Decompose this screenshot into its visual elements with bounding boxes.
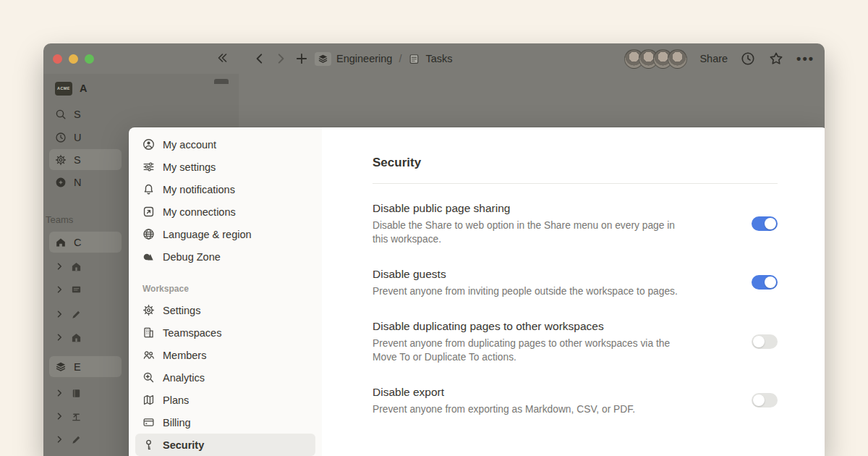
board-emoji-icon <box>71 284 82 295</box>
compose-button-partial <box>214 79 229 84</box>
favorite-star-icon[interactable] <box>768 51 784 67</box>
sidebar-item-settings: S <box>55 149 81 171</box>
nav-item-plans[interactable]: Plans <box>135 389 315 411</box>
nav-item-billing[interactable]: Billing <box>135 411 315 434</box>
home-icon <box>55 237 67 248</box>
sidebar-item-search: S <box>55 104 81 125</box>
clock-icon <box>55 132 67 143</box>
nav-label: My notifications <box>163 184 235 195</box>
sidebar-page-row <box>55 405 82 427</box>
sidebar-label-truncated: S <box>74 109 81 120</box>
nav-label: My connections <box>163 206 236 218</box>
sidebar-section-teamspaces: Teams <box>46 214 73 225</box>
nav-item-debug-zone[interactable]: Debug Zone <box>135 245 315 268</box>
zoom-window-button[interactable] <box>85 54 94 64</box>
setting-disable-export: Disable export Prevent anyone from expor… <box>373 384 778 416</box>
chevron-right-icon <box>55 389 64 397</box>
nav-item-my-connections[interactable]: My connections <box>135 200 315 223</box>
nav-label: Security <box>163 439 204 451</box>
nav-label: Language & region <box>163 229 252 240</box>
toggle-disable-public-page-sharing[interactable] <box>752 216 778 231</box>
nav-label: Debug Zone <box>163 251 221 263</box>
setting-title: Disable export <box>373 384 635 400</box>
toggle-knob <box>765 276 776 288</box>
nav-item-teamspaces[interactable]: Teamspaces <box>135 321 315 344</box>
chevron-right-icon <box>55 262 64 271</box>
circle-badge-icon <box>55 177 67 188</box>
toggle-knob <box>753 394 765 406</box>
app-window: Engineering / Tasks Share <box>43 43 825 456</box>
traffic-lights <box>53 54 94 64</box>
nav-item-analytics[interactable]: Analytics <box>135 366 315 389</box>
gear-icon <box>55 154 67 166</box>
sidebar-item-updates: U <box>55 127 81 148</box>
settings-modal: My account My settings My notifications … <box>129 127 825 456</box>
nav-item-my-settings[interactable]: My settings <box>135 156 315 178</box>
close-window-button[interactable] <box>53 54 62 64</box>
layers-icon <box>55 361 67 373</box>
breadcrumb-workspace[interactable]: Engineering <box>336 53 392 64</box>
new-tab-plus-icon[interactable] <box>294 51 310 67</box>
title-divider <box>373 183 778 184</box>
chevron-right-icon <box>55 285 64 294</box>
screenshot-stage: Engineering / Tasks Share <box>0 0 868 456</box>
chevron-right-icon <box>55 310 64 318</box>
nav-item-my-account[interactable]: My account <box>135 133 315 156</box>
collaborator-avatars <box>624 49 687 69</box>
crane-emoji-icon <box>71 411 82 422</box>
sidebar-teamspace-row <box>55 303 82 325</box>
setting-description: Disable the Share to web option in the S… <box>373 219 685 246</box>
house-emoji-icon <box>71 261 82 272</box>
sidebar-workspace-switcher: ACME A <box>55 77 87 99</box>
sidebar-label-truncated: C <box>74 237 81 248</box>
setting-title: Disable duplicating pages to other works… <box>373 318 685 334</box>
toggle-disable-duplicating-pages[interactable] <box>752 334 778 349</box>
nav-label: Billing <box>163 417 191 428</box>
search-icon <box>55 109 67 120</box>
nav-label: Analytics <box>163 372 205 384</box>
setting-description: Prevent anyone from duplicating pages to… <box>373 337 685 364</box>
toggle-disable-guests[interactable] <box>752 275 778 290</box>
minimize-window-button[interactable] <box>69 54 78 64</box>
toggle-knob <box>765 218 776 229</box>
nav-item-security[interactable]: Security <box>135 434 315 456</box>
setting-disable-public-page-sharing: Disable public page sharing Disable the … <box>373 200 778 246</box>
window-topbar: Engineering / Tasks Share <box>43 43 825 74</box>
sidebar-label-truncated: N <box>74 177 81 188</box>
nav-item-language-region[interactable]: Language & region <box>135 223 315 245</box>
sidebar-teamspace-row <box>55 326 82 348</box>
breadcrumb-page[interactable]: Tasks <box>425 53 452 64</box>
setting-title: Disable guests <box>373 266 678 282</box>
back-icon[interactable] <box>252 51 268 67</box>
setting-description: Prevent anyone from exporting as Markdow… <box>373 402 635 416</box>
layers-icon <box>318 54 328 64</box>
nav-item-settings[interactable]: Settings <box>135 299 315 321</box>
nav-item-my-notifications[interactable]: My notifications <box>135 178 315 200</box>
forward-icon[interactable] <box>273 51 289 67</box>
sidebar-item-engineering: E <box>55 356 81 378</box>
toggle-disable-export[interactable] <box>752 393 778 408</box>
settings-content: Security Disable public page sharing Dis… <box>322 127 825 456</box>
nav-item-members[interactable]: Members <box>135 344 315 366</box>
sidebar-collapse-icon[interactable] <box>214 50 230 66</box>
workspace-name-truncated: A <box>80 83 87 94</box>
nav-label: Teamspaces <box>163 327 221 339</box>
page-doc-icon <box>408 53 420 65</box>
share-button[interactable]: Share <box>699 53 728 64</box>
sidebar-item-home: C <box>55 232 81 253</box>
breadcrumb-workspace-chip[interactable] <box>315 52 331 66</box>
book-emoji-icon <box>71 388 82 399</box>
nav-label: My settings <box>163 161 216 173</box>
nav-label: Settings <box>163 305 200 316</box>
settings-nav: My account My settings My notifications … <box>129 127 322 456</box>
sidebar-teamspace-row <box>55 256 82 277</box>
more-options-icon[interactable]: ••• <box>796 55 814 62</box>
setting-title: Disable public page sharing <box>373 200 685 216</box>
sidebar-page-row <box>55 428 82 450</box>
pencil-emoji-icon <box>71 434 82 445</box>
chevron-right-icon <box>55 435 64 444</box>
sidebar-label-truncated: S <box>74 154 81 166</box>
page-title: Security <box>373 155 778 171</box>
avatar <box>668 49 687 69</box>
history-clock-icon[interactable] <box>740 51 756 67</box>
